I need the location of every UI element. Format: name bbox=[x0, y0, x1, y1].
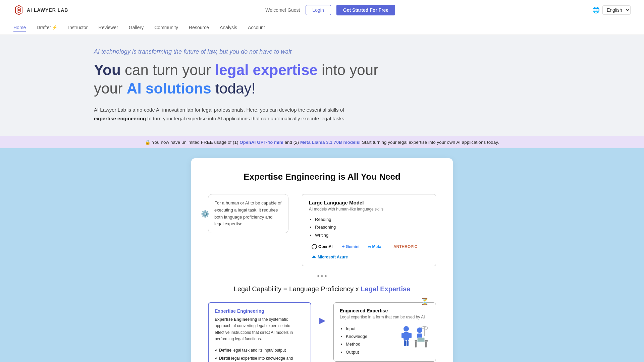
banner: 🔒 You now have unlimited FREE usage of (… bbox=[0, 136, 644, 148]
svg-point-5 bbox=[404, 326, 409, 331]
nav-analysis[interactable]: Analysis bbox=[220, 23, 237, 32]
nav: Home Drafter ⚡ Instructor Reviewer Galle… bbox=[0, 20, 644, 35]
dots-separator: • • • bbox=[208, 273, 436, 280]
engineered-item-knowledge: Knowledge bbox=[346, 333, 367, 340]
login-button[interactable]: Login bbox=[306, 5, 331, 15]
formula-highlight: Legal Expertise bbox=[361, 285, 410, 293]
header: AI LAWYER LAB Welcome! Guest Login Get S… bbox=[0, 0, 644, 20]
header-right: 🌐 English 中文 日本語 bbox=[592, 5, 631, 15]
llm-skill-reading: Reading bbox=[315, 216, 429, 223]
svg-rect-7 bbox=[401, 333, 404, 338]
expertise-eng-title: Expertise Engineering bbox=[215, 308, 305, 314]
illustration-svg bbox=[396, 323, 430, 353]
engineered-bottom: Input Knowledge Method Output bbox=[340, 323, 430, 356]
formula-row: Legal Capability = Language Proficiency … bbox=[208, 285, 436, 293]
header-center: Welcome! Guest Login Get Started For Fre… bbox=[265, 5, 395, 15]
step-define: Define legal task and its input/ output bbox=[215, 346, 305, 354]
svg-rect-14 bbox=[415, 342, 417, 348]
hero-title-canturn: can turn your bbox=[125, 62, 215, 78]
engineered-subtitle: Legal expertise in a form that can be us… bbox=[340, 315, 430, 319]
banner-highlight2: Meta Llama 3.1 70B models! bbox=[300, 140, 361, 145]
svg-point-11 bbox=[417, 327, 422, 333]
arrow-connector: ▶ bbox=[319, 302, 325, 325]
engineered-item-method: Method bbox=[346, 340, 367, 348]
llm-box: Large Language Model AI models with huma… bbox=[302, 194, 436, 266]
logo-text: AI LAWYER LAB bbox=[27, 7, 68, 13]
anthropic-logo: ANTHROPIC bbox=[391, 243, 420, 250]
engineered-list: Input Knowledge Method Output bbox=[340, 325, 367, 356]
svg-point-21 bbox=[425, 327, 428, 329]
expertise-steps-list: Define legal task and its input/ output … bbox=[215, 346, 305, 362]
hero-section: AI technology is transforming the future… bbox=[0, 35, 644, 136]
nav-community[interactable]: Community bbox=[154, 23, 178, 32]
hero-title-into: into your bbox=[322, 62, 378, 78]
hero-title: You can turn your legal expertise into y… bbox=[94, 61, 550, 98]
nav-drafter[interactable]: Drafter ⚡ bbox=[37, 23, 57, 32]
llm-subtitle: AI models with human-like language skill… bbox=[309, 207, 429, 212]
globe-icon: 🌐 bbox=[592, 6, 600, 14]
nav-home[interactable]: Home bbox=[13, 23, 26, 32]
expertise-engineering-box: Expertise Engineering Expertise Engineer… bbox=[208, 302, 311, 362]
person-illustration bbox=[396, 323, 430, 356]
diagram-card: Expertise Engineering is All You Need ⚙️… bbox=[191, 158, 453, 362]
hero-title-today: today! bbox=[215, 80, 256, 97]
hero-title-you: You bbox=[94, 62, 121, 78]
hero-description: AI Lawyer Lab is a no-code AI innovation… bbox=[94, 106, 349, 123]
engineered-expertise-box: ⏳ Engineered Expertise Legal expertise i… bbox=[333, 302, 436, 362]
llm-skill-writing: Writing bbox=[315, 231, 429, 239]
nav-instructor[interactable]: Instructor bbox=[68, 23, 88, 32]
gemini-logo: ✦ Gemini bbox=[339, 243, 362, 250]
hero-title-ai: AI solutions bbox=[127, 80, 211, 97]
openai-logo: OpenAI bbox=[309, 243, 335, 250]
hero-subtitle: AI technology is transforming the future… bbox=[94, 48, 550, 55]
main-content: Expertise Engineering is All You Need ⚙️… bbox=[0, 148, 644, 362]
meta-logo: ∞ Meta bbox=[366, 243, 384, 250]
welcome-text: Welcome! Guest bbox=[265, 7, 300, 13]
svg-rect-10 bbox=[407, 340, 409, 346]
engineered-item-output: Output bbox=[346, 348, 367, 356]
logo-icon bbox=[13, 5, 24, 15]
llm-skill-reasoning: Reasoning bbox=[315, 223, 429, 231]
hourglass-icon: ⏳ bbox=[421, 297, 429, 305]
nav-account[interactable]: Account bbox=[248, 23, 265, 32]
diagram-bottom-row: Expertise Engineering Expertise Engineer… bbox=[208, 302, 436, 362]
nav-reviewer[interactable]: Reviewer bbox=[99, 23, 118, 32]
drafter-badge: ⚡ bbox=[52, 25, 57, 30]
azure-logo: Microsoft Azure bbox=[309, 254, 351, 260]
nav-gallery[interactable]: Gallery bbox=[129, 23, 144, 32]
banner-highlight1: OpenAI GPT-4o mini bbox=[239, 140, 283, 145]
hero-title-your: your bbox=[94, 80, 127, 97]
engineered-title: Engineered Expertise bbox=[340, 308, 430, 313]
step-distill: Distill legal expertise into knowledge a… bbox=[215, 354, 305, 362]
engineered-item-input: Input bbox=[346, 325, 367, 333]
llm-skills-list: Reading Reasoning Writing bbox=[309, 216, 429, 239]
llm-title: Large Language Model bbox=[309, 200, 429, 205]
svg-point-3 bbox=[312, 244, 317, 249]
hero-title-legal: legal expertise bbox=[215, 62, 318, 78]
diagram-top-row: ⚙️ For a human or AI to be capable of ex… bbox=[208, 194, 436, 266]
svg-rect-9 bbox=[404, 340, 406, 346]
get-started-button[interactable]: Get Started For Free bbox=[336, 5, 395, 15]
banner-icon: 🔒 bbox=[145, 140, 151, 145]
speech-bubble: ⚙️ For a human or AI to be capable of ex… bbox=[208, 194, 288, 233]
llm-logos: OpenAI ✦ Gemini ∞ Meta ANTHROPIC Microso… bbox=[309, 243, 429, 260]
arrow-right-icon: ▶ bbox=[319, 316, 325, 325]
nav-resource[interactable]: Resource bbox=[189, 23, 209, 32]
svg-rect-15 bbox=[425, 342, 427, 348]
speech-bubble-wrapper: ⚙️ For a human or AI to be capable of ex… bbox=[208, 194, 288, 233]
svg-rect-6 bbox=[404, 332, 409, 340]
language-select[interactable]: English 中文 日本語 bbox=[602, 5, 631, 15]
gear-icon: ⚙️ bbox=[201, 208, 209, 219]
svg-rect-8 bbox=[409, 333, 412, 338]
expertise-eng-desc: Expertise Engineering is the systematic … bbox=[215, 316, 305, 342]
svg-point-2 bbox=[18, 9, 20, 11]
diagram-title: Expertise Engineering is All You Need bbox=[208, 172, 436, 182]
svg-marker-4 bbox=[312, 255, 316, 258]
logo[interactable]: AI LAWYER LAB bbox=[13, 5, 68, 15]
svg-rect-17 bbox=[418, 338, 424, 342]
